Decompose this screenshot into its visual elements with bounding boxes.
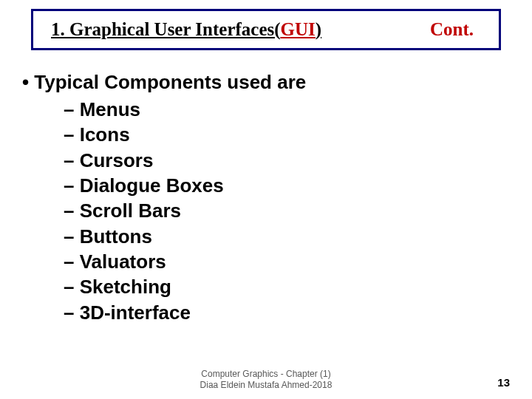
page-number: 13: [497, 376, 510, 389]
content-area: Typical Components used are Menus Icons …: [22, 71, 495, 325]
list-item: Menus: [64, 97, 495, 122]
list-item: Cursors: [64, 148, 495, 173]
list-item: Dialogue Boxes: [64, 173, 495, 198]
list-item: Icons: [64, 122, 495, 147]
title-suffix: ): [316, 19, 321, 39]
main-bullet: Typical Components used are: [22, 71, 495, 94]
list-item: Valuators: [64, 249, 495, 274]
list-item: Sketching: [64, 274, 495, 299]
title-prefix: 1. Graphical User Interfaces(: [51, 19, 281, 39]
slide-title: 1. Graphical User Interfaces(GUI): [51, 19, 321, 40]
list-item: 3D-interface: [64, 300, 495, 325]
list-item: Buttons: [64, 224, 495, 249]
footer-line-2: Diaa Eldein Mustafa Ahmed-2018: [0, 380, 532, 390]
title-cont: Cont.: [430, 19, 474, 40]
footer: Computer Graphics - Chapter (1) Diaa Eld…: [0, 369, 532, 390]
title-box: 1. Graphical User Interfaces(GUI) Cont.: [31, 9, 501, 50]
title-gui: GUI: [281, 19, 316, 39]
sub-list: Menus Icons Cursors Dialogue Boxes Scrol…: [64, 97, 495, 325]
list-item: Scroll Bars: [64, 198, 495, 223]
footer-line-1: Computer Graphics - Chapter (1): [0, 369, 532, 379]
